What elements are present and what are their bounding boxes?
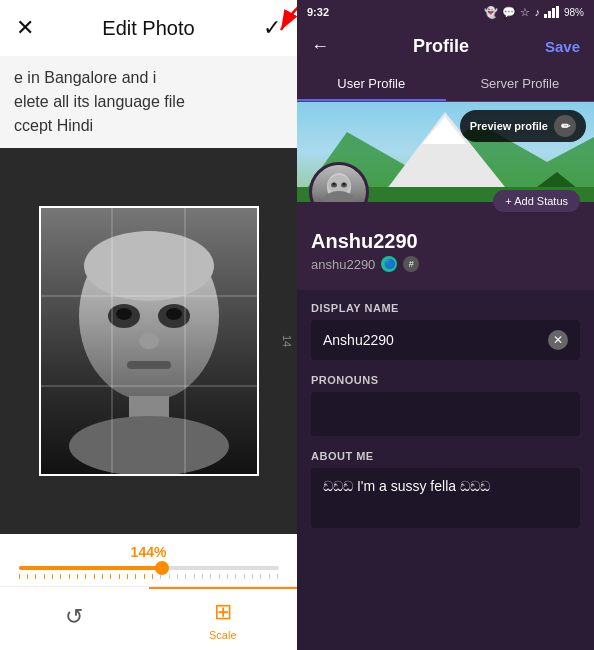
svg-point-34 [343,183,346,186]
rotate-tool-button[interactable]: ↺ [0,587,149,650]
display-name-field[interactable]: Anshu2290 ✕ [311,320,580,360]
username-handle: anshu2290 🔵 # [311,256,580,272]
profile-tabs: User Profile Server Profile [297,68,594,102]
photo-crop-area[interactable]: 14 [0,148,297,534]
verified-badge: 🔵 [381,256,397,272]
scale-icon: ⊞ [214,599,232,625]
pronouns-label: Pronouns [311,374,580,386]
zoom-slider-fill [19,566,162,570]
tab-server-profile[interactable]: Server Profile [446,68,595,101]
snap-icon: 👻 [484,6,498,19]
form-section: Display Name Anshu2290 ✕ Pronouns About … [297,290,594,650]
tab-user-profile[interactable]: User Profile [297,68,446,101]
left-panel: ✕ Edit Photo ✓ e in Bangalore and i elet… [0,0,297,650]
profile-info-area: + Add Status Anshu2290 anshu2290 🔵 # [297,202,594,290]
svg-point-7 [166,308,182,320]
display-name-value: Anshu2290 [323,332,394,348]
scale-label: Scale [209,629,237,641]
bottom-toolbar: ↺ ⊞ Scale [0,586,297,650]
edit-photo-topbar: ✕ Edit Photo ✓ [0,0,297,56]
tag-badge: # [403,256,419,272]
bg-text-line3: ccept Hindi [14,114,283,138]
svg-point-8 [139,333,159,349]
about-me-field[interactable]: ඩඩඩ I'm a sussy fella ඩඩඩ [311,468,580,528]
chat-icon: 💬 [502,6,516,19]
username-display: Anshu2290 [311,230,580,253]
star-icon: ☆ [520,6,530,19]
svg-rect-18 [548,11,551,18]
rotate-icon: ↺ [65,604,83,630]
profile-title: Profile [337,36,545,57]
zoom-ticks [19,572,279,580]
right-indicator: 14 [281,335,293,347]
svg-rect-17 [544,14,547,18]
red-arrow-1 [261,0,297,45]
preview-profile-button[interactable]: Preview profile ✏ [460,110,586,142]
close-icon[interactable]: ✕ [16,15,34,41]
status-icons: 👻 💬 ☆ ♪ 98% [484,6,584,19]
svg-point-6 [116,308,132,320]
robot-image [39,206,259,476]
clear-display-name-icon[interactable]: ✕ [548,330,568,350]
profile-topbar: ← Profile Save [297,24,594,68]
preview-label: Preview profile [470,120,548,132]
svg-rect-9 [127,361,171,369]
svg-point-3 [84,231,214,301]
save-button[interactable]: Save [545,38,580,55]
add-status-label: + Add Status [505,195,568,207]
zoom-percent: 144% [131,544,167,560]
zoom-slider-thumb[interactable] [155,561,169,575]
right-panel: 9:32 👻 💬 ☆ ♪ 98% ← Profile Save User Pro… [297,0,594,650]
svg-rect-20 [556,6,559,18]
svg-point-11 [69,416,229,476]
bg-text-line2: elete all its language file [14,90,283,114]
svg-rect-19 [552,8,555,18]
display-name-label: Display Name [311,302,580,314]
svg-point-33 [333,183,336,186]
background-text: e in Bangalore and i elete all its langu… [0,56,297,148]
music-icon: ♪ [534,6,540,18]
zoom-area: 144% [0,534,297,586]
scale-tool-button[interactable]: ⊞ Scale [149,587,298,650]
zoom-slider-track[interactable] [19,566,279,570]
status-time: 9:32 [307,6,329,18]
handle-text: anshu2290 [311,257,375,272]
battery-icon: 98% [564,7,584,18]
bg-text-line1: e in Bangalore and i [14,66,283,90]
status-bar: 9:32 👻 💬 ☆ ♪ 98% [297,0,594,24]
pronouns-field[interactable] [311,392,580,436]
signal-icon [544,6,560,18]
avatar-area: ✏ [309,162,369,202]
edit-photo-title: Edit Photo [102,17,194,40]
add-status-button[interactable]: + Add Status [493,190,580,212]
avatar[interactable] [309,162,369,202]
about-me-label: About Me [311,450,580,462]
profile-banner: Preview profile ✏ [297,102,594,202]
robot-svg [39,206,259,476]
avatar-svg [312,165,366,202]
pencil-icon: ✏ [554,115,576,137]
back-icon[interactable]: ← [311,36,329,57]
